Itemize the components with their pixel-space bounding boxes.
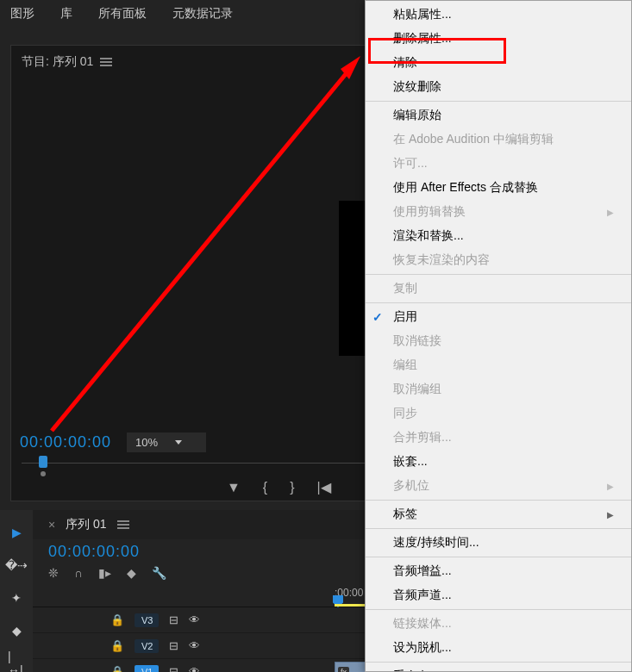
eye-icon[interactable]: 👁 [189, 613, 200, 626]
track-select-tool[interactable]: �⇢ [8, 557, 25, 574]
menu-item-label: 恢复未渲染的内容 [393, 252, 490, 268]
snap-icon[interactable]: ❊ [48, 566, 59, 580]
tab-library[interactable]: 库 [60, 6, 72, 22]
sequence-tab-name[interactable]: 序列 01 [66, 517, 106, 532]
menu-item[interactable]: ✓启用 [366, 305, 631, 329]
lock-icon[interactable]: 🔒 [110, 639, 124, 652]
menu-item-label: 编辑原始 [393, 108, 441, 123]
menu-item[interactable]: 嵌套... [366, 450, 631, 474]
track-label[interactable]: V3 [135, 613, 159, 627]
track-label[interactable]: V1 [135, 665, 159, 673]
menu-item-label: 清除 [393, 55, 417, 71]
menu-item[interactable]: 删除属性... [366, 27, 631, 51]
slip-tool[interactable]: |↔| [8, 655, 25, 672]
menu-item: 取消编组 [366, 377, 631, 401]
menu-item-label: 渲染和替换... [393, 228, 464, 244]
eye-icon[interactable]: 👁 [189, 639, 200, 652]
track-header: 🔒 V2 ⊟ 👁 [33, 639, 326, 653]
context-menu: 粘贴属性...删除属性...清除波纹删除编辑原始在 Adobe Audition… [365, 0, 632, 672]
menu-item: 同步 [366, 401, 631, 426]
track-output-icon[interactable]: ⊟ [169, 613, 178, 626]
menu-item-label: 标签 [393, 507, 417, 522]
menu-item: 编组 [366, 353, 631, 377]
menu-item-label: 嵌套... [393, 454, 428, 470]
menu-item[interactable]: 速度/持续时间... [366, 531, 631, 555]
track-header: 🔒 V3 ⊟ 👁 [33, 613, 326, 627]
close-tab-icon[interactable]: × [48, 518, 55, 532]
menu-item[interactable]: 音频声道... [366, 583, 631, 607]
menu-item: 恢复未渲染的内容 [366, 248, 631, 272]
out-point-icon[interactable]: } [290, 480, 294, 495]
menu-item-label: 粘贴属性... [393, 7, 452, 22]
selection-tool[interactable]: ▶ [8, 524, 25, 541]
rate-stretch-tool[interactable]: ◆ [8, 622, 25, 639]
menu-item-label: 在 Adobe Audition 中编辑剪辑 [393, 132, 554, 147]
menu-item[interactable]: 清除 [366, 51, 631, 75]
step-back-icon[interactable]: |◀ [317, 479, 331, 495]
program-control-icons: ▼ { } |◀ [227, 479, 331, 495]
menu-section: 音频增益...音频声道... [366, 557, 631, 610]
menu-section: 粘贴属性...删除属性...清除波纹删除 [366, 1, 631, 102]
lock-icon[interactable]: 🔒 [110, 665, 124, 672]
ripple-edit-tool[interactable]: ✦ [8, 589, 25, 607]
menu-item-label: 删除属性... [393, 31, 452, 47]
menu-item[interactable]: 音频增益... [366, 559, 631, 583]
track-output-icon[interactable]: ⊟ [169, 665, 178, 672]
submenu-arrow-icon: ▶ [607, 208, 614, 217]
program-panel-title: 节目: 序列 01 [22, 54, 93, 70]
linked-selection-icon[interactable]: ▮▸ [98, 566, 111, 580]
track-output-icon[interactable]: ⊟ [169, 639, 178, 652]
menu-item-label: 设为脱机... [393, 640, 452, 656]
menu-item-label: 重命名... [393, 669, 440, 672]
menu-item[interactable]: 重命名... [366, 664, 631, 672]
track-header: 🔒 V1 ⊟ 👁 [33, 665, 326, 673]
zoom-dropdown[interactable]: 10% [127, 432, 206, 452]
menu-item[interactable]: 粘贴属性... [366, 3, 631, 27]
menu-item-label: 波纹删除 [393, 79, 441, 95]
eye-icon[interactable]: 👁 [189, 665, 200, 672]
timeline-menu-icon[interactable] [117, 520, 129, 529]
wrench-icon[interactable]: 🔧 [152, 566, 166, 580]
tab-metadata[interactable]: 元数据记录 [172, 6, 233, 22]
menu-section: 标签▶ [366, 501, 631, 529]
menu-item[interactable]: 渲染和替换... [366, 224, 631, 248]
menu-item-label: 链接媒体... [393, 616, 452, 632]
menu-section: 重命名...在项目中显示在资源管理器中显示...属性 [366, 663, 631, 672]
menu-item: 在 Adobe Audition 中编辑剪辑 [366, 128, 631, 152]
fx-badge: fx [338, 667, 349, 672]
menu-item-label: 音频增益... [393, 563, 452, 579]
menu-item-label: 编组 [393, 358, 417, 373]
marker-add-icon[interactable]: ◆ [127, 566, 136, 580]
tab-all-panels[interactable]: 所有面板 [98, 6, 147, 22]
chevron-down-icon [175, 440, 182, 445]
menu-item[interactable]: 编辑原始 [366, 103, 631, 128]
menu-item[interactable]: 设为脱机... [366, 636, 631, 660]
menu-section: 链接媒体...设为脱机... [366, 610, 631, 663]
track-label[interactable]: V2 [135, 639, 159, 653]
menu-section: 复制 [366, 275, 631, 303]
menu-section: ✓启用取消链接编组取消编组同步合并剪辑...嵌套...多机位▶ [366, 303, 631, 501]
menu-item-label: 取消链接 [393, 333, 441, 349]
menu-item: 合并剪辑... [366, 426, 631, 450]
panel-menu-icon[interactable] [100, 58, 112, 66]
menu-item-label: 使用剪辑替换 [393, 204, 466, 220]
scrub-handle[interactable] [39, 456, 47, 468]
menu-item[interactable]: 标签▶ [366, 502, 631, 526]
menu-item: 复制 [366, 277, 631, 301]
in-point-icon[interactable]: { [263, 480, 267, 495]
menu-item-label: 取消编组 [393, 382, 441, 397]
menu-item: 多机位▶ [366, 474, 631, 498]
tab-graphics[interactable]: 图形 [10, 6, 34, 22]
submenu-arrow-icon: ▶ [607, 510, 614, 520]
menu-section: 速度/持续时间... [366, 529, 631, 557]
menu-item-label: 合并剪辑... [393, 430, 452, 445]
lock-icon[interactable]: 🔒 [110, 613, 124, 626]
tool-column: ▶ �⇢ ✦ ◆ |↔| ✎ [0, 510, 33, 672]
menu-item-label: 多机位 [393, 478, 429, 494]
menu-item[interactable]: 使用 After Effects 合成替换 [366, 176, 631, 200]
menu-item[interactable]: 波纹删除 [366, 75, 631, 99]
program-timecode[interactable]: 00:00:00:00 [20, 433, 111, 451]
magnet-icon[interactable]: ∩ [74, 566, 83, 580]
menu-item: 许可... [366, 152, 631, 176]
marker-icon[interactable]: ▼ [227, 480, 241, 495]
